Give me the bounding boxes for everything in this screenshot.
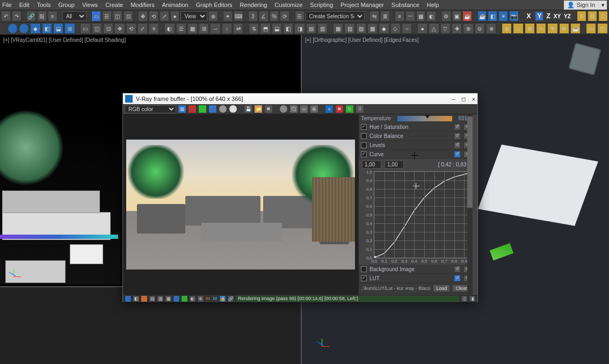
vfb-alpha-button[interactable]: [219, 105, 227, 113]
vray-light-icon[interactable]: ☀: [498, 11, 508, 21]
tb2-btn-38[interactable]: ✂: [536, 23, 546, 34]
curve-editor-button[interactable]: 〰: [405, 11, 415, 21]
channel-select[interactable]: RGB color: [125, 105, 176, 113]
tb2-btn-22[interactable]: ▧: [344, 23, 354, 34]
lut-reset-button[interactable]: ↺: [454, 275, 461, 282]
sb-end2-icon[interactable]: ▮: [469, 295, 476, 302]
select-button[interactable]: ▭: [91, 11, 101, 21]
tb2-6-icon[interactable]: ⊞: [64, 23, 75, 34]
save-icon[interactable]: 💾: [244, 105, 252, 113]
render-button[interactable]: ☕: [462, 11, 472, 21]
axis-yz-button[interactable]: YZ: [564, 13, 571, 19]
refcoord-select[interactable]: View: [180, 11, 207, 21]
viewport-right-label[interactable]: [+] [Orthographic] [User Defined] [Edged…: [303, 36, 421, 44]
menu-help[interactable]: Help: [427, 2, 439, 8]
tb2-btn-37[interactable]: ⚙: [525, 23, 535, 34]
curve-checkbox[interactable]: ✓: [361, 151, 367, 157]
vfb-b-button[interactable]: [208, 105, 217, 113]
tb2-btn-43[interactable]: ◫: [597, 23, 607, 34]
tb2-btn-33[interactable]: ⊖: [475, 23, 485, 34]
schematic-button[interactable]: ▦: [416, 11, 426, 21]
tb2-4-icon[interactable]: ◧: [42, 23, 52, 34]
rotate-button[interactable]: ⟲: [149, 11, 158, 21]
menu-customize[interactable]: Customize: [274, 2, 302, 8]
tb2-btn-18[interactable]: ◨: [294, 23, 305, 34]
tb2-btn-28[interactable]: ●: [417, 23, 427, 34]
curve-out-input[interactable]: 1,00: [385, 161, 404, 169]
menu-create[interactable]: Create: [105, 2, 123, 8]
tb2-dot2-icon[interactable]: [19, 23, 29, 34]
viewcube[interactable]: [568, 42, 601, 75]
sb-lock-icon[interactable]: 🔒: [219, 295, 226, 302]
tb2-btn-25[interactable]: ◆: [379, 23, 389, 34]
render-viewer[interactable]: [123, 114, 358, 295]
redo-button[interactable]: ↷: [12, 11, 21, 21]
curve-row[interactable]: ✓ Curve ↺ ≡: [359, 150, 473, 159]
side-scrollbar[interactable]: [467, 114, 473, 295]
tb2-btn-35[interactable]: ⊘: [502, 23, 512, 34]
percent-snap-button[interactable]: %: [270, 11, 279, 21]
sb-4-icon[interactable]: ▤: [149, 295, 156, 302]
sb-1-icon[interactable]: [125, 295, 132, 302]
menu-project-manager[interactable]: Project Manager: [340, 2, 384, 8]
vray-toolbox-icon[interactable]: ◧: [488, 11, 497, 21]
tb2-btn-34[interactable]: ⊗: [486, 23, 496, 34]
folder-icon[interactable]: 📁: [254, 105, 263, 113]
color-balance-row[interactable]: Color Balance ↺ ≡: [359, 132, 473, 141]
tb2-btn-17[interactable]: ◧: [283, 23, 293, 34]
copy-icon[interactable]: ⿻: [289, 105, 298, 113]
axis-y-button[interactable]: Y: [535, 12, 543, 20]
menu-group[interactable]: Group: [58, 2, 75, 8]
use-pivot-button[interactable]: ⊕: [208, 11, 218, 21]
move-button[interactable]: ✥: [138, 11, 148, 21]
hue-saturation-row[interactable]: ✓ Hue / Saturation ↺ ≡: [359, 122, 473, 132]
region-icon[interactable]: ▭: [300, 105, 308, 113]
clear-icon[interactable]: ✖: [264, 105, 273, 113]
tb2-btn-13[interactable]: ⇄: [233, 23, 243, 34]
vfb-rgb-button[interactable]: ▦: [178, 105, 186, 113]
select-region-button[interactable]: ◫: [113, 11, 122, 21]
axis-z-button[interactable]: Z: [546, 12, 550, 20]
placement-button[interactable]: ●: [170, 11, 180, 21]
selection-filter[interactable]: All: [62, 11, 86, 21]
tb2-btn-24[interactable]: ▩: [367, 23, 378, 34]
cc-toggle-button[interactable]: ≡: [325, 105, 334, 113]
sb-9-icon[interactable]: ◐: [189, 295, 196, 302]
tb2-btn-27[interactable]: ○: [402, 23, 412, 34]
snap-toggle-button[interactable]: 3: [248, 11, 258, 21]
tb2-btn-36[interactable]: ⌂: [513, 23, 523, 34]
sb-3-icon[interactable]: [141, 295, 148, 302]
curve-editor[interactable]: 0,00,10,20,30,40,50,60,70,80,91,0 0,00,1…: [374, 171, 473, 258]
tb2-btn-19[interactable]: ▤: [306, 23, 316, 34]
cb-reset-button[interactable]: ↺: [454, 133, 461, 140]
render-setup-button[interactable]: ⚙: [441, 11, 451, 21]
lut-load-button[interactable]: Load: [433, 285, 450, 292]
selection-set-input[interactable]: Create Selection Set: [306, 11, 365, 21]
vfb-dot1-icon[interactable]: [279, 105, 288, 113]
tb2-btn-14[interactable]: ⇅: [249, 23, 259, 34]
menu-edit[interactable]: Edit: [19, 2, 30, 8]
tb2-btn-2[interactable]: ⊡: [103, 23, 113, 34]
tb2-btn-10[interactable]: ⊞: [199, 23, 209, 34]
scale-button[interactable]: ⤢: [160, 11, 169, 21]
tb2-btn-30[interactable]: ▽: [440, 23, 451, 34]
window-crossing-button[interactable]: ⊡: [124, 11, 133, 21]
tb2-btn-20[interactable]: ▥: [317, 23, 328, 34]
hue-reset-button[interactable]: ↺: [454, 123, 461, 130]
tb2-dot1-icon[interactable]: [8, 23, 18, 34]
tb2-btn-23[interactable]: ▨: [356, 23, 366, 34]
sb-6-icon[interactable]: ▦: [165, 295, 172, 302]
menu-animation[interactable]: Animation: [162, 2, 189, 8]
tb2-btn-7[interactable]: ◐: [164, 23, 175, 34]
menu-file[interactable]: File: [2, 2, 12, 8]
hue-checkbox[interactable]: ✓: [361, 124, 367, 130]
angle-snap-button[interactable]: ∠: [259, 11, 269, 21]
sb-8-icon[interactable]: [181, 295, 188, 302]
tb2-btn-16[interactable]: ⬓: [272, 23, 282, 34]
sb-5-icon[interactable]: ▥: [157, 295, 164, 302]
warn-c-icon[interactable]: C: [598, 11, 608, 21]
vfb-g-button[interactable]: [198, 105, 207, 113]
lut-checkbox[interactable]: ✓: [361, 275, 367, 281]
lut-row[interactable]: ✓ LUT ↺ ≡: [359, 274, 473, 283]
tb2-btn-0[interactable]: ▭: [80, 23, 90, 34]
